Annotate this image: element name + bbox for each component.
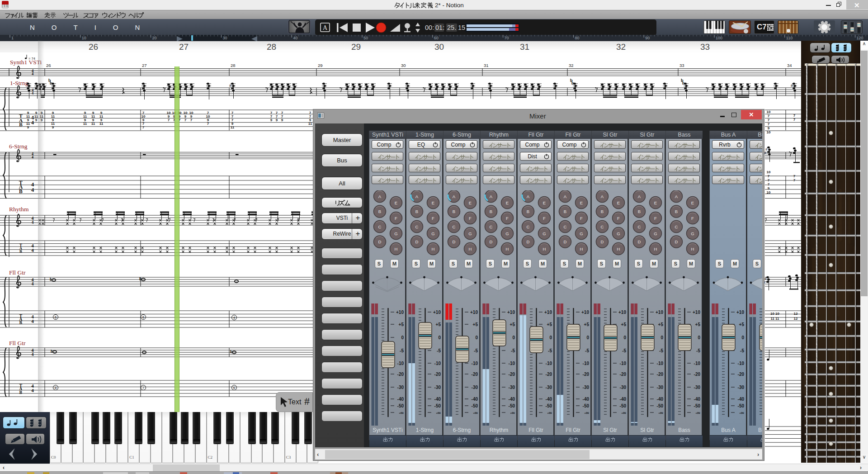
svg-text:-20: -20 (434, 372, 441, 377)
svg-text:-40: -40 (583, 397, 590, 402)
svg-text:H: H (691, 246, 694, 251)
svg-text:-10: -10 (472, 361, 478, 366)
svg-text:+10: +10 (433, 310, 441, 315)
svg-text:6: 6 (233, 386, 236, 390)
svg-text:4: 4 (32, 155, 33, 159)
svg-text:-40: -40 (738, 397, 745, 402)
svg-text:-5: -5 (659, 348, 663, 353)
svg-text:B: B (490, 209, 492, 214)
svg-text:A: A (564, 194, 567, 199)
svg-text:-10: -10 (509, 361, 515, 366)
svg-text:-∞: -∞ (696, 410, 700, 415)
svg-text:0: 0 (549, 335, 552, 340)
svg-text:-50: -50 (620, 403, 627, 408)
svg-text:9: 9 (52, 125, 54, 129)
svg-text:7: 7 (793, 174, 796, 178)
svg-text:H: H (506, 246, 509, 251)
svg-text:-40: -40 (509, 397, 515, 402)
svg-text:+5: +5 (510, 322, 515, 327)
svg-text:-30: -30 (620, 385, 627, 390)
svg-text:-20: -20 (694, 372, 701, 377)
svg-text:12: 12 (794, 317, 798, 321)
svg-text:C: C (453, 224, 456, 229)
svg-text:-20: -20 (657, 372, 664, 377)
svg-text:H: H (580, 246, 583, 251)
svg-text:6-Strng: 6-Strng (9, 143, 28, 150)
svg-text:-20: -20 (472, 372, 478, 377)
svg-text:7: 7 (168, 118, 170, 122)
svg-text:b: b (681, 78, 684, 83)
svg-text:-∞: -∞ (436, 410, 441, 415)
svg-text:7: 7 (768, 174, 770, 178)
svg-text:-30: -30 (546, 385, 552, 390)
svg-text:-50: -50 (694, 403, 701, 408)
svg-text:+5: +5 (547, 322, 552, 327)
svg-text:Synth1 VSTi: Synth1 VSTi (10, 59, 42, 66)
svg-text:D: D (453, 239, 456, 244)
svg-text:11: 11 (99, 122, 104, 126)
svg-text:-50: -50 (434, 403, 441, 408)
svg-text:B: B (19, 390, 23, 395)
svg-text:4: 4 (32, 352, 34, 357)
svg-text:-50: -50 (657, 403, 664, 408)
svg-text:-10: -10 (694, 361, 701, 366)
svg-text:b: b (48, 78, 51, 83)
svg-text:B: B (453, 209, 455, 214)
svg-text:30: 30 (401, 63, 406, 68)
svg-text:G: G (654, 231, 657, 236)
svg-text:10 10: 10 10 (770, 312, 780, 316)
svg-text:D: D (638, 239, 641, 244)
svg-text:+10: +10 (470, 310, 478, 315)
svg-text:A: A (675, 194, 678, 199)
svg-text:E: E (469, 200, 472, 205)
svg-text:B: B (675, 209, 678, 214)
svg-text:A: A (378, 194, 382, 199)
svg-text:-∞: -∞ (473, 410, 478, 415)
svg-text:10: 10 (767, 130, 771, 134)
svg-text:-5: -5 (585, 348, 589, 353)
svg-text:A: A (415, 194, 419, 199)
svg-text:0: 0 (512, 335, 515, 340)
svg-text:-10: -10 (583, 361, 590, 366)
svg-text:-30: -30 (738, 385, 745, 390)
svg-text:+5: +5 (473, 322, 478, 327)
svg-text:#: # (229, 83, 231, 88)
svg-text:7: 7 (190, 118, 193, 122)
svg-text:-∞: -∞ (622, 410, 626, 415)
svg-text:C: C (490, 224, 493, 229)
svg-text:-40: -40 (657, 397, 664, 402)
svg-text:E: E (395, 200, 397, 205)
svg-text:6: 6 (55, 315, 57, 319)
svg-text:11: 11 (91, 122, 95, 126)
svg-text:G: G (468, 231, 472, 236)
svg-text:G: G (580, 231, 583, 236)
svg-text:G: G (431, 231, 434, 236)
svg-text:7: 7 (793, 118, 796, 122)
svg-text:E: E (654, 200, 657, 205)
svg-text:C: C (564, 224, 567, 229)
svg-text:H: H (654, 246, 657, 251)
svg-text:1-Strng: 1-Strng (10, 80, 28, 86)
svg-text:26: 26 (46, 63, 51, 68)
svg-text:E: E (432, 200, 434, 205)
svg-text:B: B (601, 209, 604, 214)
svg-text:B: B (415, 209, 418, 214)
svg-text:9: 9 (281, 118, 283, 122)
svg-text:D: D (564, 239, 567, 244)
svg-text:12: 12 (794, 312, 798, 316)
svg-text:-20: -20 (546, 372, 552, 377)
svg-text:Rhythm: Rhythm (9, 206, 29, 213)
svg-text:+10: +10 (656, 310, 663, 315)
svg-text:-10: -10 (434, 361, 441, 366)
svg-text:H: H (469, 246, 472, 251)
svg-text:10: 10 (767, 190, 771, 194)
svg-text:-50: -50 (738, 403, 745, 408)
svg-text:8: 8 (55, 386, 57, 390)
svg-text:33: 33 (679, 63, 684, 68)
svg-text:A: A (453, 194, 456, 199)
svg-text:F: F (543, 216, 546, 221)
svg-text:F: F (617, 216, 620, 221)
svg-text:4: 4 (31, 119, 34, 126)
svg-text:0: 0 (475, 335, 478, 340)
svg-text:#: # (791, 83, 793, 88)
